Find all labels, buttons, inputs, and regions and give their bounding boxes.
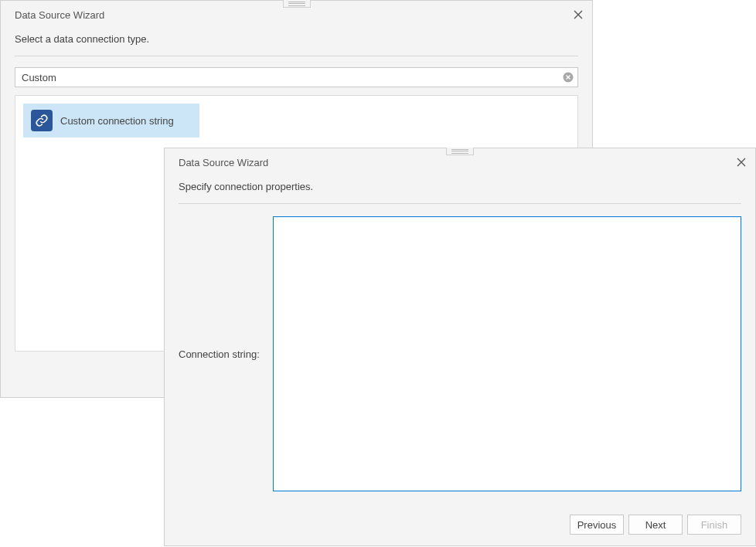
close-button[interactable] <box>734 155 749 170</box>
close-icon <box>737 158 746 167</box>
list-item-label: Custom connection string <box>60 115 174 127</box>
window-title: Data Source Wizard <box>15 9 104 21</box>
window-title: Data Source Wizard <box>179 157 268 168</box>
clear-search-button[interactable] <box>561 70 575 84</box>
close-button[interactable] <box>570 7 586 22</box>
finish-button[interactable]: Finish <box>687 515 741 535</box>
next-button[interactable]: Next <box>628 515 683 535</box>
titlebar: Data Source Wizard <box>165 148 755 176</box>
wizard-button-row: Previous Next Finish <box>570 515 741 535</box>
previous-button[interactable]: Previous <box>570 515 624 535</box>
list-item-custom-connection[interactable]: Custom connection string <box>23 104 199 138</box>
clear-icon <box>563 72 574 83</box>
wizard-subtitle: Specify connection properties. <box>165 176 755 203</box>
wizard-subtitle: Select a data connection type. <box>1 29 592 56</box>
titlebar: Data Source Wizard <box>1 1 592 29</box>
divider <box>15 56 578 56</box>
search-row <box>15 67 578 87</box>
connection-string-label: Connection string: <box>179 216 262 491</box>
close-icon <box>574 10 583 19</box>
link-icon <box>31 110 53 131</box>
wizard-window-connection-properties: Data Source Wizard Specify connection pr… <box>164 148 756 546</box>
search-input[interactable] <box>15 67 578 87</box>
connection-string-input[interactable] <box>273 216 741 491</box>
form-area: Connection string: <box>165 204 755 494</box>
